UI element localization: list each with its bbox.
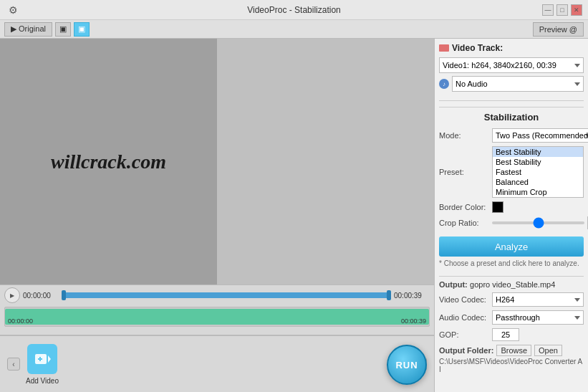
- file-area: ‹ Add Video › RUN: [0, 335, 434, 392]
- audio-codec-row: Audio Codec: Passthrough: [439, 310, 584, 325]
- preset-option-5[interactable]: Minimum Crop: [493, 187, 583, 197]
- audio-track-row: ♪ No Audio: [439, 76, 584, 92]
- preset-option-4[interactable]: Balanced: [493, 177, 583, 187]
- maximize-button[interactable]: □: [556, 4, 568, 16]
- audio-track-dropdown[interactable]: No Audio: [452, 76, 584, 92]
- video-display: willcrack.com: [0, 39, 434, 285]
- stabilization-title: Stabilization: [439, 107, 584, 123]
- svg-marker-1: [48, 355, 51, 363]
- video-area: willcrack.com ▶ 00:00:00 00:00:39: [0, 39, 434, 392]
- video-codec-dropdown[interactable]: H264: [492, 292, 584, 307]
- divider-1: [439, 100, 584, 101]
- output-label: Output:: [439, 280, 468, 289]
- open-button[interactable]: Open: [534, 345, 562, 356]
- crop-ratio-row: Crop Ratio:: [439, 216, 584, 229]
- video-track-dropdown[interactable]: Video1: h264, 3840x2160, 00:39: [439, 57, 584, 73]
- output-folder-row: Output Folder: Browse Open: [439, 345, 584, 356]
- toolbar-right: Preview @: [533, 22, 584, 37]
- track-time-start: 00:00:00: [8, 317, 33, 325]
- preset-label: Preset:: [439, 168, 489, 176]
- track-time-end: 00:00:39: [401, 317, 426, 325]
- main-container: ▶ Original ▣ ▣ Preview @ willcrack.com ▶: [0, 20, 588, 392]
- add-video-icon: [27, 344, 57, 374]
- add-video-button[interactable]: Add Video: [26, 344, 59, 385]
- title-bar-left: ⚙: [6, 3, 20, 17]
- audio-icon: ♪: [439, 79, 449, 89]
- right-panel: Video Track: Video1: h264, 3840x2160, 00…: [434, 39, 588, 392]
- video-codec-label: Video Codec:: [439, 295, 489, 304]
- window-controls: — □ ✕: [542, 4, 582, 16]
- minimize-button[interactable]: —: [542, 4, 554, 16]
- track-segment: [5, 309, 429, 325]
- video-track-title: Video Track:: [439, 43, 584, 53]
- border-color-label: Border Color:: [439, 203, 489, 211]
- window-title: VideoProc - Stabilization: [247, 5, 341, 15]
- add-video-label: Add Video: [26, 377, 59, 385]
- timeline-area: ▶ 00:00:00 00:00:39 00:00:00 00:00:39: [0, 285, 434, 335]
- content-area: willcrack.com ▶ 00:00:00 00:00:39: [0, 39, 588, 392]
- play-button[interactable]: ▶: [4, 287, 20, 303]
- audio-codec-dropdown[interactable]: Passthrough: [492, 310, 584, 325]
- border-color-row: Border Color:: [439, 201, 584, 213]
- video-original-panel: willcrack.com: [0, 39, 217, 285]
- output-filename: gopro video_Stable.mp4: [470, 280, 555, 289]
- output-row: Output: gopro video_Stable.mp4: [439, 279, 584, 290]
- preview-button[interactable]: Preview @: [533, 22, 584, 37]
- gop-row: GOP:: [439, 328, 584, 341]
- preset-row: Preset: Best Stability Best Stability Fa…: [439, 146, 584, 198]
- timeline-track[interactable]: 00:00:00 00:00:39: [4, 307, 430, 327]
- video-preview-panel: [217, 39, 434, 285]
- browse-button[interactable]: Browse: [496, 345, 531, 356]
- preset-option-3[interactable]: Fastest: [493, 167, 583, 177]
- output-folder-label: Output Folder:: [439, 346, 493, 355]
- video-codec-row: Video Codec: H264: [439, 292, 584, 307]
- split-view-button1[interactable]: ▣: [55, 22, 71, 37]
- video-track-icon: [439, 44, 449, 52]
- title-bar: ⚙ VideoProc - Stabilization — □ ✕: [0, 0, 588, 20]
- split-view-button2[interactable]: ▣: [74, 22, 90, 37]
- progress-knob-right[interactable]: [387, 290, 391, 300]
- close-button[interactable]: ✕: [571, 4, 582, 16]
- toolbar: ▶ Original ▣ ▣ Preview @: [0, 20, 588, 39]
- crop-ratio-label: Crop Ratio:: [439, 219, 489, 227]
- audio-codec-label: Audio Codec:: [439, 313, 489, 322]
- run-button-label: RUN: [395, 360, 418, 371]
- play-icon: ▶: [10, 292, 14, 299]
- scroll-left-button[interactable]: ‹: [7, 358, 20, 371]
- preset-option-2[interactable]: Best Stability: [493, 157, 583, 167]
- settings-icon[interactable]: ⚙: [6, 3, 20, 17]
- analyze-button[interactable]: Analyze: [439, 236, 584, 257]
- time-end: 00:00:39: [394, 292, 430, 300]
- mode-row: Mode: Two Pass (Recommended): [439, 128, 584, 143]
- original-button[interactable]: ▶ Original: [4, 22, 52, 37]
- preset-option-1[interactable]: Best Stability: [493, 147, 583, 157]
- run-button[interactable]: RUN: [387, 345, 427, 385]
- mode-dropdown[interactable]: Two Pass (Recommended): [492, 128, 588, 143]
- preset-dropdown-container[interactable]: Best Stability Best Stability Fastest Ba…: [492, 146, 584, 198]
- progress-bar[interactable]: [62, 292, 391, 298]
- output-path: C:\Users\MSF\Videos\VideoProc Converter …: [439, 358, 584, 373]
- gop-label: GOP:: [439, 330, 489, 339]
- mode-label: Mode:: [439, 131, 489, 140]
- hint-text: * Choose a preset and click here to anal…: [439, 259, 584, 267]
- video-watermark: willcrack.com: [51, 150, 166, 173]
- progress-knob-left[interactable]: [62, 290, 66, 300]
- timeline-top: ▶ 00:00:00 00:00:39: [0, 285, 434, 305]
- divider-2: [439, 276, 584, 277]
- gop-input[interactable]: [492, 328, 519, 341]
- time-current: 00:00:00: [23, 292, 59, 300]
- crop-ratio-slider[interactable]: [492, 221, 584, 224]
- border-color-swatch[interactable]: [492, 201, 503, 213]
